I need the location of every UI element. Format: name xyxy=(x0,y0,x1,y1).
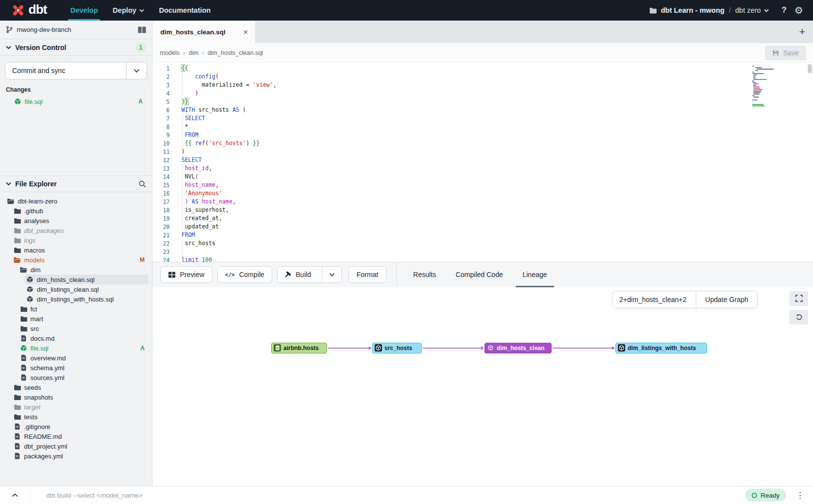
code-line[interactable]: 1{{ xyxy=(152,64,813,73)
tree-item-dim[interactable]: dim xyxy=(0,265,152,275)
code-line[interactable]: 6WITH src_hosts AS ( xyxy=(152,106,813,114)
code-line[interactable]: 16 'Anonymous' xyxy=(152,189,813,198)
docs-book-icon[interactable] xyxy=(138,26,146,33)
tree-item-dim-listings-clean-sql[interactable]: dim_listings_clean.sql xyxy=(0,284,152,294)
item-label: dbt_project.yml xyxy=(24,443,67,450)
kebab-menu-icon[interactable]: ⋮ xyxy=(796,490,804,501)
tree-item-file-sql[interactable]: file.sqlA xyxy=(0,343,152,353)
fullscreen-button[interactable] xyxy=(789,291,808,306)
tree-item-tests[interactable]: tests xyxy=(0,412,152,422)
code-line[interactable]: 9 FROM xyxy=(152,131,813,139)
save-button[interactable]: Save xyxy=(765,46,806,60)
code-line[interactable]: 3 materialized = 'view', xyxy=(152,81,813,89)
code-line[interactable]: 15 host_name, xyxy=(152,181,813,189)
update-graph-button[interactable]: Update Graph xyxy=(696,291,757,308)
code-line[interactable]: 23 xyxy=(152,248,813,256)
tree-item-docs-md[interactable]: docs.md xyxy=(0,333,152,343)
breadcrumb-dim[interactable]: dim xyxy=(189,50,199,56)
lineage-node-dim-hosts-clean[interactable]: dim_hosts_clean xyxy=(484,343,552,353)
lineage-selector-input[interactable] xyxy=(612,291,696,308)
close-tab-icon[interactable]: × xyxy=(243,28,248,36)
code-line[interactable]: 12SELECT xyxy=(152,156,813,164)
tab-lineage[interactable]: Lineage xyxy=(523,262,547,287)
expand-panel-chevron-up-icon[interactable] xyxy=(0,486,30,504)
breadcrumb-models[interactable]: models xyxy=(160,50,179,56)
format-button[interactable]: Format xyxy=(349,266,386,283)
version-control-header[interactable]: Version Control 1 xyxy=(0,39,152,56)
code-line[interactable]: 18 is_superhost, xyxy=(152,206,813,214)
commit-and-sync-button[interactable]: Commit and sync xyxy=(5,62,147,79)
tree-item-logs[interactable]: logs xyxy=(0,235,152,245)
code-line[interactable]: 19 created_at, xyxy=(152,214,813,223)
chevron-down-icon[interactable] xyxy=(764,9,769,12)
tree-item-seeds[interactable]: seeds xyxy=(0,382,152,392)
tab-compiled-code[interactable]: Compiled Code xyxy=(456,262,503,287)
tree-item-fct[interactable]: fct xyxy=(0,304,152,314)
preview-button[interactable]: Preview xyxy=(160,266,212,283)
tree-item-macros[interactable]: macros xyxy=(0,245,152,255)
code-line[interactable]: 22 src_hosts xyxy=(152,239,813,248)
tree-item-src[interactable]: src xyxy=(0,324,152,333)
lineage-node-src-hosts[interactable]: src_hosts xyxy=(372,343,422,353)
tree-item-target[interactable]: target xyxy=(0,402,152,412)
nav-documentation[interactable]: Documentation xyxy=(153,0,217,21)
settings-gear-icon[interactable]: ⚙ xyxy=(794,5,803,15)
command-input[interactable]: dbt build --select <model_name> xyxy=(46,492,143,499)
build-options-dropdown[interactable] xyxy=(322,267,341,282)
tree-item-readme-md[interactable]: README.md xyxy=(0,431,152,441)
tree-item-analyses[interactable]: analyses xyxy=(0,216,152,226)
search-icon[interactable] xyxy=(139,180,146,188)
tree-item-sources-yml[interactable]: sources.yml xyxy=(0,373,152,382)
code-line[interactable]: 11) xyxy=(152,148,813,156)
breadcrumb-file[interactable]: dim_hosts_clean.sql xyxy=(207,50,263,56)
tree-item-overview-md[interactable]: overview.md xyxy=(0,353,152,363)
changed-file-row[interactable]: file.sqlA xyxy=(5,96,147,107)
tree-item-models[interactable]: modelsM xyxy=(0,255,152,265)
tree-item-dbt-learn-zero[interactable]: dbt-learn-zero xyxy=(0,196,152,206)
code-line[interactable]: 17 ) AS host_name, xyxy=(152,198,813,206)
code-editor[interactable]: 1{{2 config(3 materialized = 'view',4 )5… xyxy=(152,63,813,262)
tree-item-schema-yml[interactable]: schema.yml xyxy=(0,363,152,373)
compile-button[interactable]: </> Compile xyxy=(217,266,272,283)
lineage-node-airbnb-hosts[interactable]: airbnb.hosts xyxy=(271,343,327,353)
code-line[interactable]: 2 config( xyxy=(152,73,813,81)
code-line[interactable]: 10 {{ ref('src_hosts') }} xyxy=(152,139,813,148)
code-line[interactable]: 5}} xyxy=(152,98,813,106)
code-line[interactable]: 13 host_id, xyxy=(152,164,813,173)
tree-item-dbt-packages[interactable]: dbt_packages xyxy=(0,226,152,235)
tree-item-packages-yml[interactable]: packages.yml xyxy=(0,451,152,461)
commit-options-dropdown[interactable] xyxy=(126,62,147,79)
line-content: host_name, xyxy=(176,181,219,189)
item-label: seeds xyxy=(24,384,41,391)
tree-item-dim-hosts-clean-sql[interactable]: dim_hosts_clean.sql xyxy=(0,275,152,284)
editor-scrollbar[interactable] xyxy=(808,64,812,73)
tree-item-dbt-project-yml[interactable]: dbt_project.yml xyxy=(0,441,152,451)
code-line[interactable]: 20 updated_at xyxy=(152,223,813,231)
tree-item--github[interactable]: .github xyxy=(0,206,152,216)
minimap[interactable] xyxy=(752,66,772,108)
tree-item--gitignore[interactable]: .gitignore xyxy=(0,422,152,431)
account-name[interactable]: dbt Learn - mwong xyxy=(661,6,725,14)
code-line[interactable]: 7 SELECT xyxy=(152,114,813,123)
file-explorer-header[interactable]: File Explorer xyxy=(0,176,152,192)
code-line[interactable]: 14 NVL( xyxy=(152,173,813,181)
nav-develop[interactable]: Develop xyxy=(64,0,103,21)
dbt-logo[interactable]: dbt xyxy=(0,0,53,21)
project-name[interactable]: dbt zero xyxy=(735,6,761,14)
code-line[interactable]: 21FROM xyxy=(152,231,813,239)
tree-item-dim-listings-with-hosts-sql[interactable]: dim_listings_with_hosts.sql xyxy=(0,294,152,304)
nav-deploy[interactable]: Deploy xyxy=(107,0,150,21)
reset-view-button[interactable] xyxy=(789,310,808,325)
lineage-node-dim-listings-with-hosts[interactable]: dim_listings_with_hosts xyxy=(615,343,707,353)
tree-item-snapshots[interactable]: snapshots xyxy=(0,392,152,402)
code-line[interactable]: 24limit 100 xyxy=(152,256,813,262)
tree-item-mart[interactable]: mart xyxy=(0,314,152,324)
help-icon[interactable]: ? xyxy=(782,5,787,15)
tab-results[interactable]: Results xyxy=(413,262,436,287)
new-tab-button[interactable]: + xyxy=(791,21,813,43)
code-line[interactable]: 4 ) xyxy=(152,89,813,98)
code-area[interactable]: 1{{2 config(3 materialized = 'view',4 )5… xyxy=(152,63,813,262)
code-line[interactable]: 8 * xyxy=(152,123,813,131)
tab-dim-hosts-clean[interactable]: dim_hosts_clean.sql × xyxy=(152,21,255,43)
build-button[interactable]: Build xyxy=(277,266,342,283)
